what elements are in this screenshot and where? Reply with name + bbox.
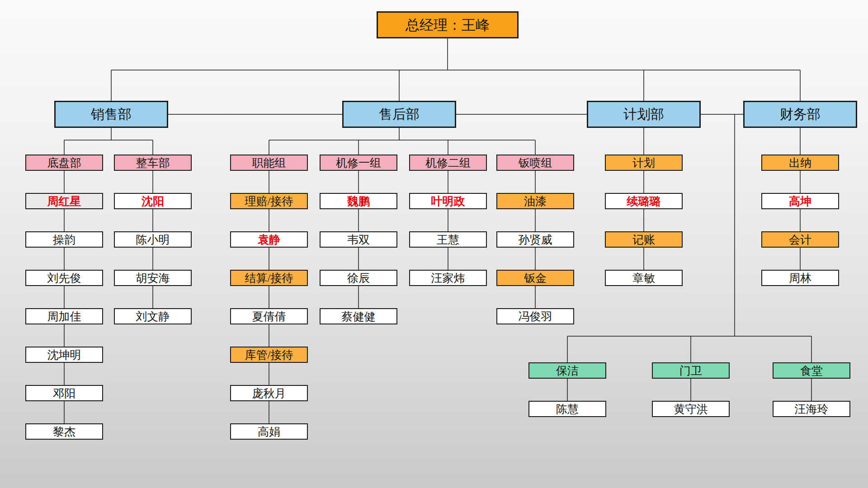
node-general-manager: 总经理：王峰 [377, 11, 519, 38]
node-member: 冯俊羽 [496, 308, 574, 324]
node-member: 刘先俊 [25, 270, 103, 286]
node-leader: 袁静 [230, 231, 308, 248]
node-member: 操韵 [25, 231, 103, 248]
node-member: 邓阳 [25, 385, 103, 401]
node-member: 章敏 [605, 270, 683, 286]
node-member: 高娟 [230, 423, 308, 440]
node-role: 结算/接待 [230, 270, 308, 286]
node-team: 机修一组 [320, 155, 397, 171]
node-member: 夏倩倩 [230, 308, 308, 324]
node-member: 周林 [761, 270, 839, 286]
node-member: 孙贤威 [496, 231, 574, 248]
node-role: 油漆 [496, 193, 574, 209]
node-member: 周加佳 [25, 308, 103, 324]
node-department: 售后部 [342, 101, 456, 128]
node-member: 蔡健健 [320, 308, 397, 324]
node-leader: 叶明政 [409, 193, 487, 209]
node-member: 陈小明 [114, 231, 192, 248]
node-member: 徐辰 [320, 270, 397, 286]
node-member: 胡安海 [114, 270, 192, 286]
node-team: 钣喷组 [496, 155, 574, 171]
node-team: 职能组 [230, 155, 308, 171]
node-leader: 魏鹏 [320, 193, 397, 209]
node-support-member: 陈慧 [528, 401, 606, 417]
node-member: 庞秋月 [230, 385, 308, 401]
node-member: 韦双 [320, 231, 397, 248]
node-support-member: 汪海玲 [773, 401, 850, 417]
node-role: 库管/接待 [230, 347, 308, 363]
node-team: 整车部 [114, 155, 192, 171]
node-role: 记账 [605, 231, 683, 248]
node-support-team: 食堂 [773, 362, 850, 379]
node-department: 销售部 [54, 101, 168, 128]
node-role: 理赔/接待 [230, 193, 308, 209]
node-leader: 周红星 [25, 193, 103, 209]
node-member: 汪家炜 [409, 270, 487, 286]
node-team: 底盘部 [25, 155, 103, 171]
node-department: 财务部 [743, 101, 857, 128]
node-support-team: 保洁 [528, 362, 606, 379]
node-team: 机修二组 [409, 155, 487, 171]
node-member: 刘文静 [114, 308, 192, 324]
node-leader: 高坤 [761, 193, 839, 209]
node-role: 会计 [761, 231, 839, 248]
node-support-member: 黄守洪 [652, 401, 730, 417]
node-member: 沈坤明 [25, 347, 103, 363]
node-leader: 续璐璐 [605, 193, 683, 209]
node-member: 王慧 [409, 231, 487, 248]
node-role: 钣金 [496, 270, 574, 286]
node-leader: 沈阳 [114, 193, 192, 209]
node-department: 计划部 [587, 101, 701, 128]
node-support-team: 门卫 [652, 362, 730, 379]
node-role: 计划 [605, 155, 683, 171]
org-chart-canvas: 总经理：王峰销售部售后部计划部财务部底盘部周红星操韵刘先俊周加佳沈坤明邓阳黎杰整… [0, 0, 868, 488]
node-member: 黎杰 [25, 423, 103, 440]
node-role: 出纳 [761, 155, 839, 171]
